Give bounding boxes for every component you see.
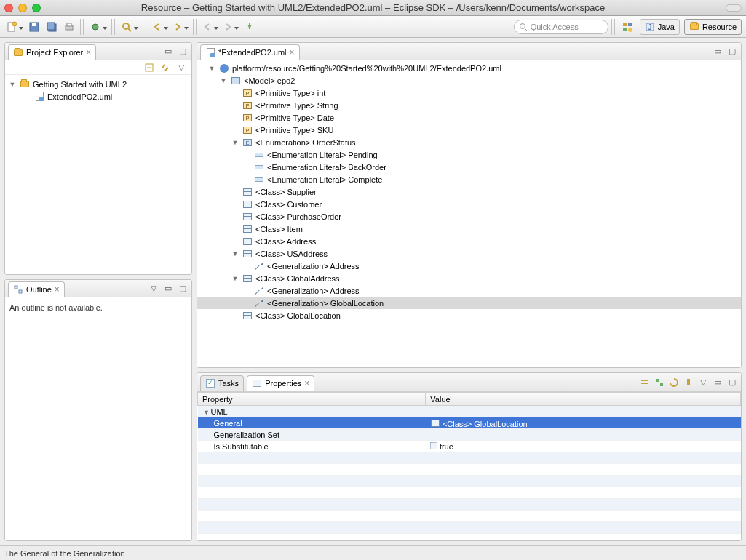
property-group-row[interactable]: UML bbox=[198, 406, 741, 417]
link-editor-icon[interactable] bbox=[159, 62, 171, 73]
svg-text:J: J bbox=[648, 23, 652, 31]
class-node[interactable]: <Class> Address bbox=[197, 235, 741, 247]
generalization-node[interactable]: <Generalization> Address bbox=[197, 260, 741, 272]
enumeration-node[interactable]: E<Enumeration> OrderStatus bbox=[197, 136, 741, 148]
project-explorer-tab[interactable]: Project Explorer × bbox=[8, 44, 96, 60]
resource-root-node[interactable]: platform:/resource/Getting%20Started%20w… bbox=[197, 62, 741, 74]
model-label: <Model> epo2 bbox=[244, 76, 295, 85]
empty-row bbox=[198, 522, 741, 534]
perspective-java[interactable]: J Java bbox=[640, 19, 680, 35]
minimize-view-icon[interactable]: ▭ bbox=[162, 283, 174, 295]
tasks-tab[interactable]: Tasks bbox=[200, 375, 244, 391]
view-menu-icon[interactable]: ▽ bbox=[697, 377, 709, 388]
svg-rect-16 bbox=[623, 28, 627, 31]
svg-rect-7 bbox=[67, 23, 71, 26]
file-node[interactable]: ExtendedPO2.uml bbox=[7, 90, 190, 103]
collapse-all-icon[interactable] bbox=[143, 62, 155, 73]
save-all-button[interactable] bbox=[44, 19, 60, 35]
enum-literal-node[interactable]: <Enumeration Literal> Pending bbox=[197, 148, 741, 161]
quick-access-search[interactable]: Quick Access bbox=[514, 20, 608, 34]
enum-literal-node[interactable]: <Enumeration Literal> Complete bbox=[197, 173, 741, 185]
nav-back-button[interactable] bbox=[201, 19, 220, 35]
property-label: Generalization Set bbox=[214, 431, 280, 439]
primitive-type-node[interactable]: P<Primitive Type> Date bbox=[197, 111, 741, 124]
generalization-node-selected[interactable]: <Generalization> GlobalLocation bbox=[197, 297, 741, 309]
pin-property-icon[interactable] bbox=[683, 377, 694, 388]
close-icon[interactable]: × bbox=[86, 48, 91, 57]
editor-tab[interactable]: *ExtendedPO2.uml × bbox=[200, 44, 300, 60]
save-button[interactable] bbox=[26, 19, 42, 35]
zoom-window-button[interactable] bbox=[32, 4, 41, 12]
class-node[interactable]: <Class> PurchaseOrder bbox=[197, 210, 741, 223]
nav-forward-history-button[interactable] bbox=[171, 19, 190, 35]
tree-label: <Class> GlobalAddress bbox=[255, 274, 340, 283]
primitive-icon: P bbox=[243, 89, 252, 97]
primitive-type-node[interactable]: P<Primitive Type> int bbox=[197, 87, 741, 99]
open-perspective-button[interactable] bbox=[619, 19, 635, 35]
pin-button[interactable] bbox=[242, 19, 258, 35]
close-window-button[interactable] bbox=[4, 4, 13, 12]
tree-label: <Class> PurchaseOrder bbox=[255, 212, 341, 221]
restore-defaults-icon[interactable] bbox=[668, 377, 680, 388]
minimize-view-icon[interactable]: ▭ bbox=[712, 46, 723, 57]
class-node[interactable]: <Class> USAddress bbox=[197, 247, 741, 260]
primitive-type-node[interactable]: P<Primitive Type> SKU bbox=[197, 124, 741, 136]
value-column-header[interactable]: Value bbox=[426, 393, 741, 406]
properties-tab[interactable]: Properties × bbox=[247, 375, 314, 391]
nav-forward-button[interactable] bbox=[221, 19, 240, 35]
model-node[interactable]: <Model> epo2 bbox=[197, 74, 741, 87]
outline-tab[interactable]: Outline × bbox=[8, 281, 65, 297]
maximize-view-icon[interactable]: ▢ bbox=[177, 46, 189, 57]
nav-back-history-button[interactable] bbox=[151, 19, 170, 35]
close-icon[interactable]: × bbox=[290, 48, 295, 57]
generalization-icon bbox=[255, 287, 263, 295]
tasks-icon bbox=[205, 378, 215, 388]
tree-label: <Enumeration Literal> Complete bbox=[267, 175, 382, 184]
property-value: <Class> GlobalLocation bbox=[443, 420, 528, 428]
generalization-icon bbox=[255, 262, 263, 271]
project-node[interactable]: Getting Started with UML2 bbox=[7, 78, 190, 90]
debug-button[interactable] bbox=[88, 19, 108, 35]
perspective-java-label: Java bbox=[658, 23, 675, 31]
property-row-general[interactable]: General <Class> GlobalLocation bbox=[198, 417, 741, 429]
primitive-type-node[interactable]: P<Primitive Type> String bbox=[197, 99, 741, 111]
maximize-view-icon[interactable]: ▢ bbox=[726, 377, 738, 388]
tree-label: <Primitive Type> String bbox=[255, 101, 338, 110]
window-title: Resource – Getting Started with UML2/Ext… bbox=[0, 2, 746, 13]
view-menu-icon[interactable]: ▽ bbox=[175, 62, 187, 73]
boolean-icon bbox=[430, 442, 437, 449]
close-icon[interactable]: × bbox=[304, 379, 309, 388]
tree-label: <Primitive Type> Date bbox=[255, 113, 334, 122]
show-categories-icon[interactable] bbox=[639, 377, 651, 388]
main-toolbar: Quick Access J Java Resource bbox=[0, 16, 746, 38]
perspective-resource[interactable]: Resource bbox=[684, 19, 742, 35]
maximize-view-icon[interactable]: ▢ bbox=[726, 46, 738, 57]
class-icon bbox=[243, 238, 252, 245]
enum-literal-node[interactable]: <Enumeration Literal> BackOrder bbox=[197, 161, 741, 173]
new-button[interactable] bbox=[4, 19, 25, 35]
property-row-genset[interactable]: Generalization Set bbox=[198, 429, 741, 441]
table-header-row: Property Value bbox=[198, 393, 741, 406]
close-icon[interactable]: × bbox=[55, 285, 60, 294]
search-button[interactable] bbox=[119, 19, 140, 35]
class-node[interactable]: <Class> Supplier bbox=[197, 185, 741, 198]
properties-icon bbox=[252, 378, 262, 388]
tree-label: <Enumeration Literal> BackOrder bbox=[267, 163, 386, 172]
enumeration-icon: E bbox=[243, 139, 252, 146]
show-advanced-icon[interactable] bbox=[654, 377, 665, 388]
minimize-window-button[interactable] bbox=[18, 4, 27, 12]
minimize-view-icon[interactable]: ▭ bbox=[712, 377, 723, 388]
minimize-view-icon[interactable]: ▭ bbox=[162, 46, 174, 57]
view-menu-icon[interactable]: ▽ bbox=[148, 283, 159, 295]
class-node[interactable]: <Class> Item bbox=[197, 223, 741, 235]
maximize-view-icon[interactable]: ▢ bbox=[177, 283, 189, 295]
print-button[interactable] bbox=[61, 19, 77, 35]
uml-file-icon bbox=[205, 47, 215, 57]
property-column-header[interactable]: Property bbox=[198, 393, 426, 406]
generalization-node[interactable]: <Generalization> Address bbox=[197, 284, 741, 297]
class-node[interactable]: <Class> GlobalAddress bbox=[197, 272, 741, 284]
class-node[interactable]: <Class> Customer bbox=[197, 198, 741, 210]
svg-rect-5 bbox=[47, 23, 55, 30]
property-row-issub[interactable]: Is Substitutable true bbox=[198, 441, 741, 452]
class-node[interactable]: <Class> GlobalLocation bbox=[197, 309, 741, 321]
